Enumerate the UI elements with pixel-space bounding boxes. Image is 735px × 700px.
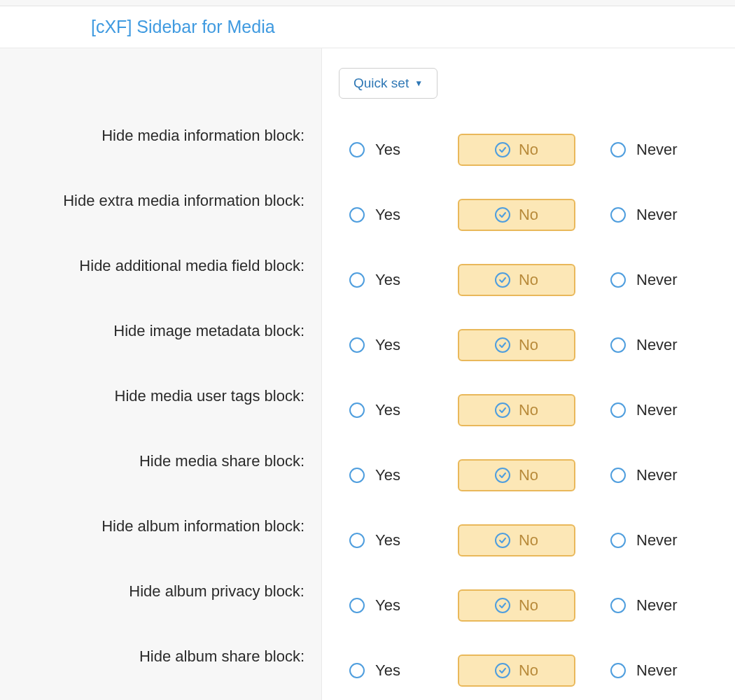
option-label: Yes bbox=[375, 401, 400, 419]
check-circle-icon bbox=[495, 207, 510, 223]
option-label: No bbox=[519, 596, 538, 615]
option-yes[interactable]: Yes bbox=[339, 531, 458, 550]
radio-icon bbox=[610, 272, 626, 288]
radio-icon bbox=[349, 207, 365, 223]
setting-label: Hide media information block: bbox=[0, 103, 321, 168]
option-never[interactable]: Never bbox=[588, 206, 707, 224]
option-never[interactable]: Never bbox=[588, 401, 707, 419]
option-no-selected[interactable]: No bbox=[458, 264, 575, 296]
option-label: Never bbox=[636, 271, 678, 289]
radio-icon bbox=[349, 402, 365, 418]
setting-label: Hide album privacy block: bbox=[0, 559, 321, 624]
option-yes[interactable]: Yes bbox=[339, 141, 458, 159]
setting-row: YesNoNever bbox=[339, 442, 735, 507]
option-no-selected[interactable]: No bbox=[458, 459, 575, 491]
option-no-selected[interactable]: No bbox=[458, 589, 575, 622]
label-column: Hide media information block:Hide extra … bbox=[0, 48, 322, 700]
option-never[interactable]: Never bbox=[588, 531, 707, 550]
check-circle-icon bbox=[495, 533, 510, 548]
setting-row: YesNoNever bbox=[339, 247, 735, 312]
radio-icon bbox=[610, 337, 626, 353]
option-yes[interactable]: Yes bbox=[339, 662, 458, 680]
check-circle-icon bbox=[495, 142, 510, 158]
option-yes[interactable]: Yes bbox=[339, 401, 458, 419]
option-never[interactable]: Never bbox=[588, 271, 707, 289]
check-circle-icon bbox=[495, 402, 510, 418]
option-label: Yes bbox=[375, 662, 400, 680]
option-label: Never bbox=[636, 141, 678, 159]
check-circle-icon bbox=[495, 272, 510, 288]
setting-label: Hide extra media information block: bbox=[0, 168, 321, 233]
setting-label: Hide image metadata block: bbox=[0, 298, 321, 363]
setting-label: Hide media user tags block: bbox=[0, 363, 321, 428]
option-label: Never bbox=[636, 466, 678, 484]
option-label: Yes bbox=[375, 596, 400, 615]
option-never[interactable]: Never bbox=[588, 466, 707, 484]
option-label: No bbox=[519, 401, 538, 419]
option-label: No bbox=[519, 336, 538, 354]
option-yes[interactable]: Yes bbox=[339, 206, 458, 224]
option-label: Yes bbox=[375, 206, 400, 224]
option-label: Never bbox=[636, 401, 678, 419]
setting-row: YesNoNever bbox=[339, 507, 735, 573]
option-no-selected[interactable]: No bbox=[458, 134, 575, 166]
option-never[interactable]: Never bbox=[588, 141, 707, 159]
option-no-selected[interactable]: No bbox=[458, 199, 575, 231]
radio-icon bbox=[610, 533, 626, 548]
option-label: Never bbox=[636, 336, 678, 354]
setting-row: YesNoNever bbox=[339, 638, 735, 700]
option-yes[interactable]: Yes bbox=[339, 336, 458, 354]
setting-row: YesNoNever bbox=[339, 377, 735, 442]
option-label: Never bbox=[636, 206, 678, 224]
setting-row: YesNoNever bbox=[339, 573, 735, 638]
control-column: Quick set ▼ YesNoNeverYesNoNeverYesNoNev… bbox=[322, 48, 735, 700]
setting-label: Hide media share block: bbox=[0, 428, 321, 493]
option-label: Yes bbox=[375, 141, 400, 159]
radio-icon bbox=[349, 272, 365, 288]
option-label: No bbox=[519, 271, 538, 289]
option-label: Never bbox=[636, 596, 678, 615]
setting-row: YesNoNever bbox=[339, 312, 735, 377]
setting-label: Hide album information block: bbox=[0, 493, 321, 559]
option-yes[interactable]: Yes bbox=[339, 596, 458, 615]
quick-set-label: Quick set bbox=[354, 76, 409, 91]
option-label: No bbox=[519, 206, 538, 224]
option-label: Yes bbox=[375, 531, 400, 550]
option-never[interactable]: Never bbox=[588, 596, 707, 615]
title-bar: [cXF] Sidebar for Media bbox=[0, 6, 735, 48]
option-label: No bbox=[519, 662, 538, 680]
option-no-selected[interactable]: No bbox=[458, 394, 575, 426]
radio-icon bbox=[610, 207, 626, 223]
radio-icon bbox=[349, 142, 365, 158]
option-no-selected[interactable]: No bbox=[458, 329, 575, 361]
check-circle-icon bbox=[495, 468, 510, 483]
option-yes[interactable]: Yes bbox=[339, 271, 458, 289]
option-label: Never bbox=[636, 531, 678, 550]
radio-icon bbox=[610, 402, 626, 418]
option-label: Yes bbox=[375, 271, 400, 289]
option-no-selected[interactable]: No bbox=[458, 654, 575, 687]
radio-icon bbox=[610, 468, 626, 483]
option-never[interactable]: Never bbox=[588, 336, 707, 354]
option-never[interactable]: Never bbox=[588, 662, 707, 680]
radio-icon bbox=[349, 663, 365, 678]
option-yes[interactable]: Yes bbox=[339, 466, 458, 484]
radio-icon bbox=[349, 468, 365, 483]
check-circle-icon bbox=[495, 337, 510, 353]
check-circle-icon bbox=[495, 598, 510, 613]
setting-label: Hide album share block: bbox=[0, 624, 321, 689]
option-no-selected[interactable]: No bbox=[458, 524, 575, 556]
option-label: Yes bbox=[375, 466, 400, 484]
setting-row: YesNoNever bbox=[339, 182, 735, 247]
check-circle-icon bbox=[495, 663, 510, 678]
option-label: Yes bbox=[375, 336, 400, 354]
setting-row: YesNoNever bbox=[339, 117, 735, 182]
page-title-link[interactable]: [cXF] Sidebar for Media bbox=[91, 17, 275, 37]
quick-set-button[interactable]: Quick set ▼ bbox=[339, 68, 438, 99]
radio-icon bbox=[349, 533, 365, 548]
option-label: No bbox=[519, 531, 538, 550]
radio-icon bbox=[610, 663, 626, 678]
radio-icon bbox=[349, 598, 365, 613]
chevron-down-icon: ▼ bbox=[414, 78, 423, 88]
setting-label: Hide additional media field block: bbox=[0, 233, 321, 298]
